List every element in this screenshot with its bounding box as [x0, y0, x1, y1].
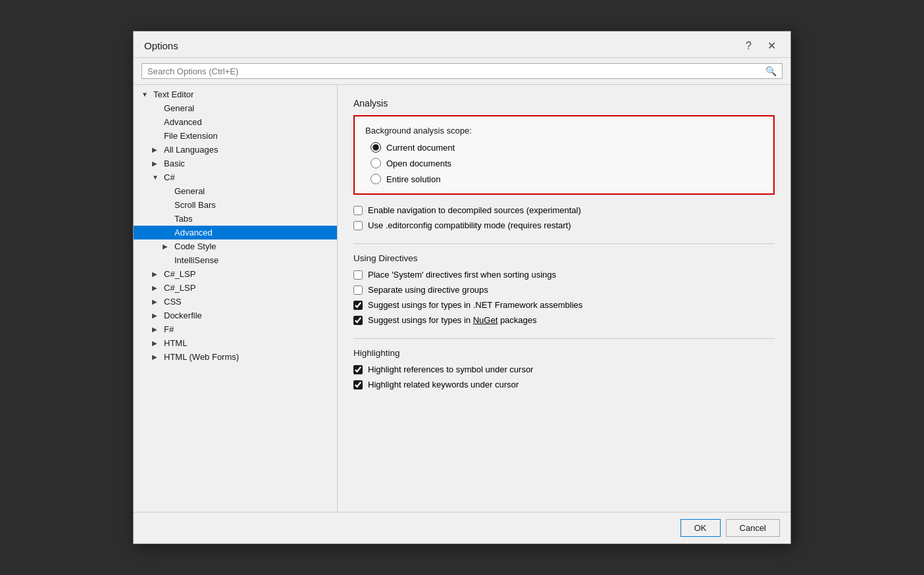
sidebar-label-advanced-top: Advanced	[164, 117, 202, 127]
sidebar-item-css[interactable]: ▶CSS	[134, 295, 337, 309]
checkbox-item-system-first[interactable]: Place 'System' directives first when sor…	[353, 270, 775, 280]
checkbox-item-highlight-refs[interactable]: Highlight references to symbol under cur…	[353, 364, 775, 374]
tree-arrow-css: ▶	[152, 298, 161, 305]
tree-arrow-dockerfile: ▶	[152, 312, 161, 319]
checkbox-item-suggest-nuget[interactable]: Suggest usings for types in NuGet packag…	[353, 315, 775, 325]
tree-arrow-csharp-lsp2: ▶	[152, 284, 161, 291]
search-input[interactable]	[147, 66, 765, 76]
radio-group: Current documentOpen documentsEntire sol…	[365, 142, 763, 184]
using-directives-title: Using Directives	[353, 253, 775, 263]
sidebar-label-csharp-lsp2: C#_LSP	[164, 283, 195, 293]
sidebar-label-intellisense: IntelliSense	[174, 255, 218, 265]
tree-arrow-all-languages: ▶	[152, 146, 161, 153]
sidebar-item-csharp-general[interactable]: General	[134, 184, 337, 198]
sidebar: ▼Text EditorGeneralAdvancedFile Extensio…	[134, 85, 338, 512]
tree-arrow-html: ▶	[152, 339, 161, 347]
sidebar-item-csharp[interactable]: ▼C#	[134, 170, 337, 184]
sidebar-label-scroll-bars: Scroll Bars	[174, 200, 216, 210]
radio-current-doc[interactable]	[371, 142, 381, 153]
sidebar-label-css: CSS	[164, 297, 182, 307]
using-checkboxes: Place 'System' directives first when sor…	[353, 270, 775, 325]
checkbox-label-highlight-refs: Highlight references to symbol under cur…	[368, 364, 533, 374]
sidebar-label-code-style: Code Style	[174, 241, 217, 251]
scope-label: Background analysis scope:	[365, 126, 763, 136]
checkbox-label-highlight-keywords: Highlight related keywords under cursor	[368, 380, 519, 389]
title-bar: Options ? ✕	[134, 32, 790, 58]
main-content: ▼Text EditorGeneralAdvancedFile Extensio…	[134, 85, 790, 512]
checkbox-item-nav-decompiled[interactable]: Enable navigation to decompiled sources …	[353, 205, 775, 215]
tree-arrow-code-style: ▶	[163, 243, 172, 250]
sidebar-item-code-style[interactable]: ▶Code Style	[134, 239, 337, 253]
checkbox-label-suggest-nuget: Suggest usings for types in NuGet packag…	[368, 315, 537, 325]
checkbox-nav-decompiled[interactable]	[353, 206, 363, 215]
tree-arrow-fsharp: ▶	[152, 326, 161, 333]
sidebar-item-scroll-bars[interactable]: Scroll Bars	[134, 198, 337, 212]
dialog-title: Options	[144, 40, 178, 51]
analysis-section: Analysis Background analysis scope: Curr…	[353, 98, 775, 230]
search-input-wrap: 🔍	[141, 63, 783, 79]
checkbox-suggest-nuget[interactable]	[353, 316, 363, 325]
checkbox-editorconfig[interactable]	[353, 221, 363, 230]
radio-open-docs[interactable]	[371, 158, 381, 168]
analysis-title: Analysis	[353, 98, 775, 109]
checkbox-highlight-keywords[interactable]	[353, 380, 363, 389]
cancel-button[interactable]: Cancel	[726, 519, 780, 537]
sidebar-label-file-extension: File Extension	[164, 131, 218, 141]
highlighting-title: Highlighting	[353, 348, 775, 358]
sidebar-item-basic[interactable]: ▶Basic	[134, 157, 337, 170]
checkbox-label-nav-decompiled: Enable navigation to decompiled sources …	[368, 205, 581, 215]
checkbox-separate-groups[interactable]	[353, 286, 363, 295]
sidebar-item-all-languages[interactable]: ▶All Languages	[134, 143, 337, 157]
help-button[interactable]: ?	[742, 39, 756, 53]
sidebar-label-all-languages: All Languages	[164, 145, 218, 155]
checkbox-label-editorconfig: Use .editorconfig compatibility mode (re…	[368, 220, 571, 230]
checkbox-highlight-refs[interactable]	[353, 365, 363, 374]
tree-arrow-basic: ▶	[152, 160, 161, 167]
radio-item-current-doc[interactable]: Current document	[371, 142, 763, 153]
ok-button[interactable]: OK	[680, 519, 721, 537]
sidebar-item-html[interactable]: ▶HTML	[134, 336, 337, 350]
sidebar-label-text-editor: Text Editor	[153, 89, 193, 99]
analysis-scope-box: Background analysis scope: Current docum…	[353, 115, 775, 195]
tree-arrow-csharp-lsp1: ▶	[152, 270, 161, 278]
analysis-checkboxes: Enable navigation to decompiled sources …	[353, 205, 775, 230]
sidebar-label-general: General	[164, 103, 194, 113]
radio-item-open-docs[interactable]: Open documents	[371, 158, 763, 168]
checkbox-label-system-first: Place 'System' directives first when sor…	[368, 270, 556, 280]
sidebar-label-csharp-general: General	[174, 186, 205, 196]
sidebar-item-tabs[interactable]: Tabs	[134, 212, 337, 226]
tree-arrow-html-webforms: ▶	[152, 353, 161, 361]
checkbox-item-separate-groups[interactable]: Separate using directive groups	[353, 285, 775, 295]
radio-label-current-doc: Current document	[386, 143, 455, 153]
title-bar-buttons: ? ✕	[742, 38, 780, 53]
checkbox-suggest-net[interactable]	[353, 301, 363, 310]
sidebar-item-csharp-lsp2[interactable]: ▶C#_LSP	[134, 281, 337, 295]
checkbox-item-highlight-keywords[interactable]: Highlight related keywords under cursor	[353, 380, 775, 389]
checkbox-system-first[interactable]	[353, 270, 363, 280]
checkbox-item-suggest-net[interactable]: Suggest usings for types in .NET Framewo…	[353, 300, 775, 310]
checkbox-item-editorconfig[interactable]: Use .editorconfig compatibility mode (re…	[353, 220, 775, 230]
sidebar-item-advanced-top[interactable]: Advanced	[134, 115, 337, 129]
sidebar-item-intellisense[interactable]: IntelliSense	[134, 253, 337, 267]
sidebar-item-csharp-lsp1[interactable]: ▶C#_LSP	[134, 267, 337, 281]
tree-arrow-text-editor: ▼	[141, 91, 151, 98]
sidebar-label-html: HTML	[164, 338, 187, 348]
sidebar-item-fsharp[interactable]: ▶F#	[134, 322, 337, 336]
highlighting-section: Highlighting Highlight references to sym…	[353, 348, 775, 389]
sidebar-label-tabs: Tabs	[174, 214, 192, 224]
sidebar-item-advanced-selected[interactable]: Advanced	[134, 226, 337, 239]
sidebar-label-dockerfile: Dockerfile	[164, 311, 202, 320]
sidebar-item-text-editor[interactable]: ▼Text Editor	[134, 88, 337, 101]
sidebar-label-csharp-lsp1: C#_LSP	[164, 269, 195, 279]
right-panel: Analysis Background analysis scope: Curr…	[338, 85, 790, 512]
search-bar: 🔍	[134, 58, 790, 85]
checkbox-label-separate-groups: Separate using directive groups	[368, 285, 488, 295]
radio-item-entire-solution[interactable]: Entire solution	[371, 174, 763, 184]
sidebar-item-file-extension[interactable]: File Extension	[134, 129, 337, 143]
sidebar-label-html-webforms: HTML (Web Forms)	[164, 352, 239, 362]
sidebar-item-general[interactable]: General	[134, 101, 337, 115]
sidebar-item-html-webforms[interactable]: ▶HTML (Web Forms)	[134, 350, 337, 364]
close-button[interactable]: ✕	[763, 38, 780, 53]
radio-entire-solution[interactable]	[371, 174, 381, 184]
sidebar-item-dockerfile[interactable]: ▶Dockerfile	[134, 309, 337, 322]
